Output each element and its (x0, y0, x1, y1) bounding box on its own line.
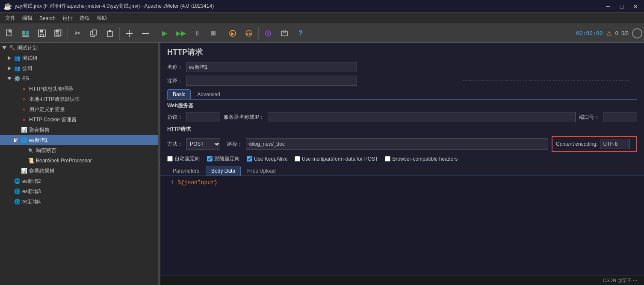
menu-options[interactable]: 选项 (76, 14, 93, 23)
menu-edit[interactable]: 编辑 (19, 14, 36, 23)
help-button[interactable]: ? (293, 26, 308, 41)
path-input[interactable] (246, 138, 548, 150)
new-button[interactable] (2, 26, 17, 41)
close-button[interactable]: ✕ (630, 1, 641, 12)
collapse-button[interactable] (138, 26, 153, 41)
shutdown-button[interactable]: ⏹ (206, 26, 221, 41)
menu-run[interactable]: 运行 (59, 14, 76, 23)
copy-button[interactable] (86, 26, 101, 41)
expand-icon (14, 138, 19, 142)
run-button[interactable]: ▶ (157, 26, 172, 41)
http-header-label: HTTP信息头管理器 (29, 85, 73, 93)
save-button[interactable] (34, 26, 50, 41)
resize-handle[interactable] (158, 43, 160, 285)
server-name-input[interactable] (268, 112, 576, 122)
sub-tab-body-data[interactable]: Body Data (206, 166, 241, 176)
sidebar-item-response-assert[interactable]: 🔍 响应断言 (0, 145, 158, 156)
tab-basic[interactable]: Basic (167, 89, 191, 99)
comment-input[interactable] (186, 76, 357, 86)
protocol-input[interactable] (186, 112, 220, 122)
follow-redirect-check[interactable]: 跟随重定向 (207, 155, 240, 162)
web-server-title: Web服务器 (160, 100, 644, 111)
sidebar-item-aggregate[interactable]: 📊 聚合报告 (0, 125, 158, 135)
clear-button[interactable] (277, 26, 292, 41)
protocol-label: 协议： (167, 114, 183, 121)
method-select[interactable]: POST GET PUT DELETE (186, 138, 220, 150)
menu-file[interactable]: 文件 (2, 14, 19, 23)
beanshell-icon: 📜 (27, 157, 35, 165)
sidebar-item-view-tree[interactable]: 📊 察看结果树 (0, 166, 158, 176)
remote-run-all-button[interactable]: ▶▶ (241, 26, 257, 41)
multipart-checkbox[interactable] (295, 156, 300, 162)
sidebar-item-es-add1[interactable]: 🌐 es新增1 (0, 135, 158, 145)
es-add3-label: es新增3 (22, 188, 41, 195)
paste-button[interactable] (102, 26, 118, 41)
http-req-row: 方法： POST GET PUT DELETE ▼ 路径： Content en… (160, 135, 644, 153)
auto-redirect-check[interactable]: 自动重定向 (167, 155, 200, 162)
title-bar-controls: ─ □ ✕ (603, 1, 641, 12)
name-label: 名称： (167, 64, 183, 71)
svg-rect-6 (40, 30, 43, 32)
svg-rect-15 (109, 30, 111, 32)
keepalive-checkbox[interactable] (247, 156, 252, 162)
templates-button[interactable] (18, 26, 33, 41)
code-area: 1 ${jsonInput} (160, 176, 644, 276)
svg-rect-10 (56, 34, 59, 35)
stop-button[interactable]: ⏸ (189, 26, 205, 41)
follow-redirect-checkbox[interactable] (207, 156, 213, 162)
comment-row: 注释： ⋯⋯⋯⋯⋯⋯⋯⋯⋯⋯⋯⋯⋯⋯⋯⋯⋯⋯⋯⋯⋯⋯⋯⋯⋯⋯⋯⋯ (160, 74, 644, 88)
status-text: CSDN @栗子~~ (603, 277, 637, 284)
sidebar-item-test-plan[interactable]: 🔨 测试计划 (0, 43, 158, 53)
keepalive-check[interactable]: Use KeepAlive (247, 156, 288, 162)
svg-rect-3 (26, 31, 29, 35)
sidebar-item-beanshell[interactable]: 📜 BeanShell PreProcessor (0, 156, 158, 166)
multipart-check[interactable]: Use multipart/form-data for POST (295, 156, 378, 162)
sidebar-item-es-add3[interactable]: 🌐 es新增3 (0, 186, 158, 197)
auto-redirect-checkbox[interactable] (167, 156, 173, 162)
sidebar-item-http-cookie[interactable]: ✕ HTTP Cookie 管理器 (0, 115, 158, 125)
run-no-pause-button[interactable]: ▶▶ (173, 26, 189, 41)
status-bar: CSDN @栗子~~ (160, 276, 644, 285)
decorative-dots: ⋯⋯⋯⋯⋯⋯⋯⋯⋯⋯⋯⋯⋯⋯⋯⋯⋯⋯⋯⋯⋯⋯⋯⋯⋯⋯⋯⋯ (463, 78, 630, 84)
sidebar-item-test-group[interactable]: 👥 测试组 (0, 53, 158, 63)
cut-button[interactable]: ✂ (70, 26, 85, 41)
menu-help[interactable]: 帮助 (93, 14, 110, 23)
browser-headers-check[interactable]: Browser-compatible headers (385, 156, 458, 162)
es-add3-icon: 🌐 (13, 188, 21, 195)
es-add1-label: es新增1 (29, 137, 47, 144)
name-row: 名称： (160, 60, 644, 74)
encoding-label: Content encoding: (556, 141, 597, 147)
test-plan-label: 测试计划 (17, 44, 38, 52)
name-input[interactable] (186, 62, 357, 72)
svg-rect-25 (281, 31, 287, 36)
sidebar-item-es[interactable]: ⚙️ ES (0, 73, 158, 84)
remote-run-button[interactable]: ▶ (225, 26, 240, 41)
es-add1-icon: 🌐 (20, 136, 28, 144)
server-name-label: 服务器名称或IP： (224, 114, 264, 121)
sidebar-item-es-add4[interactable]: 🌐 es新增4 (0, 197, 158, 207)
sub-tab-files-upload[interactable]: Files Upload (242, 166, 281, 176)
code-content[interactable]: ${jsonInput} (177, 179, 641, 272)
sidebar-item-http-default[interactable]: ✕ 本地-HTTP请求默认值 (0, 94, 158, 104)
svg-point-24 (267, 32, 269, 34)
sidebar-item-company[interactable]: 👥 公司 (0, 63, 158, 73)
sidebar-tree: 🔨 测试计划 👥 测试组 👥 公司 ⚙️ ES ✕ HTTP信息头管理器 (0, 43, 158, 285)
menu-search[interactable]: Search (36, 14, 59, 23)
port-input[interactable] (603, 112, 637, 122)
method-label: 方法： (167, 141, 183, 148)
sidebar-item-user-vars[interactable]: ✕ 用户定义的变量 (0, 104, 158, 115)
expand-icon (7, 77, 12, 80)
save-all-button[interactable] (50, 26, 66, 41)
sidebar-item-es-add2[interactable]: 🌐 es新增2 (0, 176, 158, 186)
tools-button[interactable] (260, 26, 276, 41)
maximize-button[interactable]: □ (617, 1, 627, 12)
toolbar: ✂ ▶ ▶▶ ⏸ ⏹ ▶ ▶▶ ? 00:00:00 ⚠ 0 (0, 24, 644, 43)
browser-headers-checkbox[interactable] (385, 156, 390, 162)
minimize-button[interactable]: ─ (603, 1, 613, 12)
es-add4-label: es新增4 (22, 198, 41, 206)
expand-button[interactable] (121, 26, 137, 41)
sub-tab-parameters[interactable]: Parameters (167, 166, 205, 176)
encoding-input[interactable] (600, 139, 630, 149)
tab-advanced[interactable]: Advanced (192, 89, 225, 99)
sidebar-item-http-header[interactable]: ✕ HTTP信息头管理器 (0, 84, 158, 94)
